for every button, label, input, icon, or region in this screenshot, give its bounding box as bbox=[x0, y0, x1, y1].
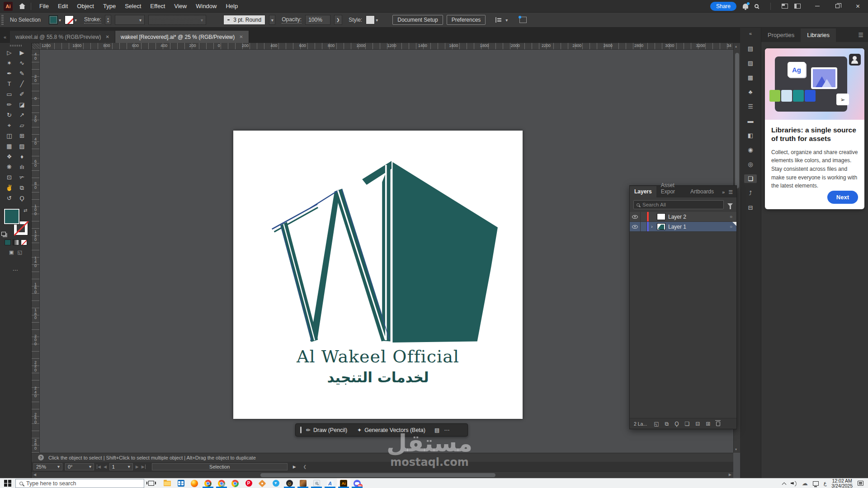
lock-toggle[interactable] bbox=[641, 212, 647, 221]
panel-menu-icon[interactable]: ☰ bbox=[854, 32, 868, 42]
paint-gradient-button[interactable] bbox=[13, 239, 19, 245]
symbol-sprayer-tool[interactable]: ❋ bbox=[3, 162, 16, 172]
drag-grip[interactable] bbox=[1, 15, 4, 25]
network-icon[interactable] bbox=[813, 481, 819, 486]
task-view-button[interactable] bbox=[144, 479, 158, 488]
lasso-tool[interactable]: ∿ bbox=[16, 58, 28, 68]
preferences-button[interactable]: Preferences bbox=[447, 15, 486, 25]
horizontal-ruler[interactable]: 1200100080060040020002004006008001000120… bbox=[40, 43, 733, 50]
menu-item[interactable]: File bbox=[39, 3, 49, 9]
taskbar-telegram[interactable]: ➤ bbox=[269, 479, 283, 488]
brush-definition-dropdown[interactable]: ▾ bbox=[148, 15, 206, 25]
layer-thumbnail[interactable] bbox=[657, 213, 665, 220]
target-circle-icon[interactable]: ○ bbox=[726, 214, 736, 219]
lock-toggle[interactable] bbox=[641, 222, 647, 231]
selection-tool[interactable]: ▷ bbox=[3, 47, 16, 58]
print-tiling-tool[interactable]: ⧉ bbox=[16, 183, 28, 193]
document-tab-wakeel[interactable]: wakeel.ai @ 55.8 % (RGB/Preview) ✕ bbox=[10, 31, 115, 43]
zoom-tool[interactable]: Ϙ bbox=[16, 193, 28, 203]
artboard-tool[interactable]: ⊡ bbox=[3, 172, 16, 183]
rectangle-tool[interactable]: ▭ bbox=[3, 89, 16, 99]
tab-asset-export[interactable]: Asset Expor bbox=[656, 180, 686, 197]
menu-item[interactable]: Select bbox=[125, 3, 141, 9]
delete-layer-icon[interactable] bbox=[716, 422, 720, 426]
taskbar-photos-app[interactable] bbox=[310, 479, 323, 488]
magic-wand-tool[interactable]: ✶ bbox=[3, 58, 16, 68]
color-panel[interactable]: ◉ bbox=[744, 145, 757, 154]
fill-swatch[interactable] bbox=[4, 209, 19, 224]
tab-properties[interactable]: Properties bbox=[761, 28, 801, 42]
rotate-view-tool[interactable]: ↺ bbox=[3, 193, 16, 203]
direct-selection-tool[interactable]: ▶ bbox=[16, 47, 28, 58]
taskbar-file-explorer[interactable] bbox=[160, 479, 174, 488]
language-indicator[interactable]: ع bbox=[824, 480, 827, 486]
blend-tool[interactable]: ❖ bbox=[3, 151, 16, 162]
generate-vectors-button[interactable]: ✦ Generate Vectors (Beta) bbox=[357, 427, 425, 433]
rotation-dropdown[interactable]: 0°▾ bbox=[65, 463, 94, 470]
stroke-weight-label[interactable]: Stroke: bbox=[84, 16, 101, 23]
tab-artboards[interactable]: Artboards bbox=[686, 186, 718, 197]
taskbar-search-input[interactable] bbox=[26, 480, 130, 487]
menu-item[interactable]: Window bbox=[196, 3, 217, 9]
tab-scroll-left-icon[interactable]: « bbox=[0, 31, 10, 43]
last-artboard-icon[interactable]: ▶ bbox=[142, 465, 146, 469]
isolate-selection-icon[interactable] bbox=[519, 17, 527, 23]
gradient-panel[interactable]: ▨ bbox=[744, 59, 757, 67]
shape-builder-tool[interactable]: ◫ bbox=[3, 131, 16, 141]
menu-item[interactable]: Object bbox=[77, 3, 94, 9]
slice-tool[interactable]: ✃ bbox=[16, 172, 28, 183]
help-icon[interactable]: ? bbox=[38, 455, 44, 460]
taskbar-chrome-profile-2[interactable] bbox=[215, 479, 228, 488]
menu-item[interactable]: View bbox=[174, 3, 187, 9]
logo-title-text[interactable]: Al Wakeel Official bbox=[233, 347, 523, 366]
chevron-down-icon[interactable]: ▾ bbox=[59, 18, 61, 23]
notifications-bell-icon[interactable] bbox=[743, 4, 748, 9]
taskbar-search-box[interactable] bbox=[15, 479, 144, 488]
image-trace-panel[interactable]: ▩ bbox=[744, 73, 757, 82]
edit-toolbar-icon[interactable]: ⋯ bbox=[0, 267, 31, 273]
layer-thumbnail[interactable] bbox=[657, 223, 665, 230]
taskbar-chrome-profile-1[interactable]: m bbox=[201, 479, 215, 488]
artboards-panel[interactable]: ⊟ bbox=[744, 203, 757, 212]
taskbar-pinterest[interactable]: P bbox=[242, 479, 255, 488]
opacity-expand-button[interactable]: ❮ bbox=[334, 15, 342, 25]
chevron-down-icon[interactable]: ▾ bbox=[75, 18, 77, 23]
layer-row-layer2[interactable]: Layer 2 ○ bbox=[630, 212, 736, 222]
layers-panel-icon[interactable]: ❏ bbox=[744, 174, 757, 183]
color-guide-panel[interactable]: ◎ bbox=[744, 160, 757, 169]
stroke-color-swatch[interactable] bbox=[65, 15, 74, 24]
gradient-tool[interactable]: ▨ bbox=[16, 141, 28, 151]
zoom-level-dropdown[interactable]: 25%▾ bbox=[33, 463, 62, 470]
opacity-label[interactable]: Opacity: bbox=[282, 16, 302, 23]
scroll-right-arrow[interactable]: ▶ bbox=[729, 473, 731, 477]
artboard[interactable]: path Al Wakeel Official لخدمات التنجيد bbox=[233, 131, 523, 419]
scale-tool[interactable]: ↗ bbox=[16, 110, 28, 120]
more-options-icon[interactable]: ⋯ bbox=[444, 427, 449, 433]
search-icon[interactable] bbox=[755, 4, 759, 8]
menu-item[interactable]: Edit bbox=[58, 3, 68, 9]
profile-caret[interactable]: ▾ bbox=[269, 15, 275, 25]
taskbar-discord[interactable]: 9+ bbox=[350, 479, 364, 488]
draw-normal-icon[interactable]: ▣ bbox=[9, 249, 14, 255]
collect-for-export-icon[interactable]: ◱ bbox=[654, 421, 659, 427]
expand-layer-icon[interactable]: › bbox=[649, 224, 655, 229]
taskbar-emoji-app[interactable]: ☺ bbox=[283, 479, 296, 488]
type-tool[interactable]: T bbox=[3, 79, 16, 89]
stroke-panel[interactable]: ☰ bbox=[744, 102, 757, 111]
artboard-number-dropdown[interactable]: 1▾ bbox=[109, 463, 133, 470]
layer-row-layer1[interactable]: › Layer 1 ○ bbox=[630, 222, 736, 232]
locate-object-icon[interactable]: Ϙ bbox=[675, 421, 679, 427]
collapse-panels-icon[interactable]: « bbox=[740, 28, 761, 36]
release-mask-icon[interactable]: ⧉ bbox=[665, 421, 669, 427]
vertical-scroll-thumb[interactable] bbox=[735, 53, 739, 188]
graph-tool[interactable]: ılı bbox=[16, 162, 28, 172]
close-tab-icon[interactable]: ✕ bbox=[106, 34, 109, 39]
panel-layout-icon[interactable] bbox=[794, 4, 801, 9]
taskbar-chrome-profile-3[interactable] bbox=[228, 479, 242, 488]
workspace-layout-icon[interactable] bbox=[782, 4, 788, 9]
restore-button[interactable] bbox=[827, 0, 848, 12]
taskbar-tag-app[interactable] bbox=[255, 479, 269, 488]
next-artboard-icon[interactable]: ▶ bbox=[136, 465, 139, 469]
panel-menu-icon[interactable]: ☰ bbox=[728, 189, 733, 195]
status-mode-field[interactable]: Selection bbox=[152, 463, 288, 470]
